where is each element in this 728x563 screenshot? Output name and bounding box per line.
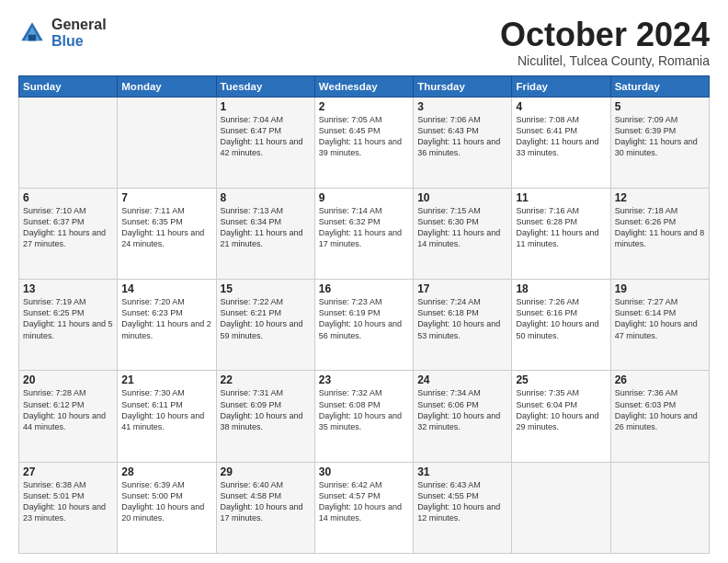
day-number: 16 — [319, 282, 409, 295]
day-info: Sunrise: 6:40 AM Sunset: 4:58 PM Dayligh… — [221, 479, 311, 524]
day-info: Sunrise: 7:19 AM Sunset: 6:25 PM Dayligh… — [23, 296, 113, 341]
day-info: Sunrise: 7:22 AM Sunset: 6:21 PM Dayligh… — [221, 296, 311, 341]
day-number: 28 — [121, 465, 211, 478]
day-number: 2 — [319, 100, 409, 113]
day-number: 30 — [319, 465, 409, 478]
table-row: 28Sunrise: 6:39 AM Sunset: 5:00 PM Dayli… — [118, 462, 216, 553]
day-info: Sunrise: 7:36 AM Sunset: 6:03 PM Dayligh… — [615, 387, 705, 432]
table-row: 15Sunrise: 7:22 AM Sunset: 6:21 PM Dayli… — [216, 280, 314, 371]
table-row: 25Sunrise: 7:35 AM Sunset: 6:04 PM Dayli… — [512, 371, 610, 462]
table-row: 10Sunrise: 7:15 AM Sunset: 6:30 PM Dayli… — [414, 188, 512, 279]
table-row: 8Sunrise: 7:13 AM Sunset: 6:34 PM Daylig… — [216, 188, 314, 279]
day-number: 12 — [615, 191, 705, 204]
table-row: 29Sunrise: 6:40 AM Sunset: 4:58 PM Dayli… — [216, 462, 314, 553]
logo-general: General — [51, 17, 107, 33]
col-saturday: Saturday — [610, 75, 709, 97]
table-row: 6Sunrise: 7:10 AM Sunset: 6:37 PM Daylig… — [19, 188, 118, 279]
day-info: Sunrise: 7:26 AM Sunset: 6:16 PM Dayligh… — [516, 296, 606, 341]
day-number: 3 — [417, 100, 507, 113]
table-row: 24Sunrise: 7:34 AM Sunset: 6:06 PM Dayli… — [414, 371, 512, 462]
day-info: Sunrise: 6:39 AM Sunset: 5:00 PM Dayligh… — [121, 479, 211, 524]
day-info: Sunrise: 7:32 AM Sunset: 6:08 PM Dayligh… — [319, 387, 409, 432]
day-info: Sunrise: 7:14 AM Sunset: 6:32 PM Dayligh… — [319, 205, 409, 250]
table-row: 17Sunrise: 7:24 AM Sunset: 6:18 PM Dayli… — [414, 280, 512, 371]
calendar-header-row: Sunday Monday Tuesday Wednesday Thursday… — [19, 75, 710, 97]
day-number: 25 — [516, 373, 606, 386]
calendar-week-row: 6Sunrise: 7:10 AM Sunset: 6:37 PM Daylig… — [19, 188, 710, 279]
day-info: Sunrise: 7:20 AM Sunset: 6:23 PM Dayligh… — [121, 296, 211, 341]
day-info: Sunrise: 7:16 AM Sunset: 6:28 PM Dayligh… — [516, 205, 606, 250]
day-number: 27 — [23, 465, 113, 478]
logo-text: General Blue — [51, 17, 107, 49]
svg-rect-2 — [28, 34, 36, 40]
day-number: 31 — [417, 465, 507, 478]
day-number: 1 — [221, 100, 311, 113]
col-thursday: Thursday — [414, 75, 512, 97]
table-row — [512, 462, 610, 553]
col-friday: Friday — [512, 75, 610, 97]
table-row: 22Sunrise: 7:31 AM Sunset: 6:09 PM Dayli… — [216, 371, 314, 462]
day-number: 20 — [23, 373, 113, 386]
day-info: Sunrise: 7:34 AM Sunset: 6:06 PM Dayligh… — [417, 387, 507, 432]
day-info: Sunrise: 7:15 AM Sunset: 6:30 PM Dayligh… — [417, 205, 507, 250]
day-number: 4 — [516, 100, 606, 113]
title-area: October 2024 Niculitel, Tulcea County, R… — [500, 17, 710, 68]
table-row: 4Sunrise: 7:08 AM Sunset: 6:41 PM Daylig… — [512, 97, 610, 188]
month-title: October 2024 — [500, 17, 710, 53]
day-number: 5 — [615, 100, 705, 113]
table-row: 21Sunrise: 7:30 AM Sunset: 6:11 PM Dayli… — [118, 371, 216, 462]
table-row: 2Sunrise: 7:05 AM Sunset: 6:45 PM Daylig… — [314, 97, 413, 188]
table-row: 5Sunrise: 7:09 AM Sunset: 6:39 PM Daylig… — [610, 97, 709, 188]
table-row: 13Sunrise: 7:19 AM Sunset: 6:25 PM Dayli… — [19, 280, 118, 371]
table-row: 23Sunrise: 7:32 AM Sunset: 6:08 PM Dayli… — [314, 371, 413, 462]
day-info: Sunrise: 7:04 AM Sunset: 6:47 PM Dayligh… — [221, 114, 311, 159]
table-row: 14Sunrise: 7:20 AM Sunset: 6:23 PM Dayli… — [118, 280, 216, 371]
table-row: 12Sunrise: 7:18 AM Sunset: 6:26 PM Dayli… — [610, 188, 709, 279]
day-number: 18 — [516, 282, 606, 295]
day-info: Sunrise: 7:30 AM Sunset: 6:11 PM Dayligh… — [121, 387, 211, 432]
day-number: 6 — [23, 191, 113, 204]
table-row — [19, 97, 118, 188]
day-number: 21 — [121, 373, 211, 386]
day-number: 24 — [417, 373, 507, 386]
day-info: Sunrise: 7:31 AM Sunset: 6:09 PM Dayligh… — [221, 387, 311, 432]
day-info: Sunrise: 6:42 AM Sunset: 4:57 PM Dayligh… — [319, 479, 409, 524]
table-row: 30Sunrise: 6:42 AM Sunset: 4:57 PM Dayli… — [314, 462, 413, 553]
table-row — [610, 462, 709, 553]
day-info: Sunrise: 7:08 AM Sunset: 6:41 PM Dayligh… — [516, 114, 606, 159]
day-info: Sunrise: 7:18 AM Sunset: 6:26 PM Dayligh… — [615, 205, 705, 250]
day-number: 29 — [221, 465, 311, 478]
day-number: 17 — [417, 282, 507, 295]
day-info: Sunrise: 7:28 AM Sunset: 6:12 PM Dayligh… — [23, 387, 113, 432]
day-number: 19 — [615, 282, 705, 295]
day-info: Sunrise: 7:23 AM Sunset: 6:19 PM Dayligh… — [319, 296, 409, 341]
day-number: 10 — [417, 191, 507, 204]
day-number: 22 — [221, 373, 311, 386]
table-row: 1Sunrise: 7:04 AM Sunset: 6:47 PM Daylig… — [216, 97, 314, 188]
col-wednesday: Wednesday — [314, 75, 413, 97]
logo-blue: Blue — [51, 33, 107, 50]
day-number: 11 — [516, 191, 606, 204]
header: General Blue October 2024 Niculitel, Tul… — [18, 17, 710, 68]
day-number: 8 — [221, 191, 311, 204]
calendar-week-row: 13Sunrise: 7:19 AM Sunset: 6:25 PM Dayli… — [19, 280, 710, 371]
calendar-week-row: 27Sunrise: 6:38 AM Sunset: 5:01 PM Dayli… — [19, 462, 710, 553]
day-info: Sunrise: 7:06 AM Sunset: 6:43 PM Dayligh… — [417, 114, 507, 159]
table-row: 18Sunrise: 7:26 AM Sunset: 6:16 PM Dayli… — [512, 280, 610, 371]
day-number: 15 — [221, 282, 311, 295]
table-row — [118, 97, 216, 188]
table-row: 16Sunrise: 7:23 AM Sunset: 6:19 PM Dayli… — [314, 280, 413, 371]
table-row: 11Sunrise: 7:16 AM Sunset: 6:28 PM Dayli… — [512, 188, 610, 279]
location-subtitle: Niculitel, Tulcea County, Romania — [500, 53, 710, 68]
day-info: Sunrise: 7:10 AM Sunset: 6:37 PM Dayligh… — [23, 205, 113, 250]
table-row: 3Sunrise: 7:06 AM Sunset: 6:43 PM Daylig… — [414, 97, 512, 188]
day-info: Sunrise: 7:24 AM Sunset: 6:18 PM Dayligh… — [417, 296, 507, 341]
day-number: 23 — [319, 373, 409, 386]
day-number: 7 — [121, 191, 211, 204]
col-tuesday: Tuesday — [216, 75, 314, 97]
table-row: 20Sunrise: 7:28 AM Sunset: 6:12 PM Dayli… — [19, 371, 118, 462]
table-row: 31Sunrise: 6:43 AM Sunset: 4:55 PM Dayli… — [414, 462, 512, 553]
col-monday: Monday — [118, 75, 216, 97]
table-row: 7Sunrise: 7:11 AM Sunset: 6:35 PM Daylig… — [118, 188, 216, 279]
logo-icon — [18, 19, 46, 47]
